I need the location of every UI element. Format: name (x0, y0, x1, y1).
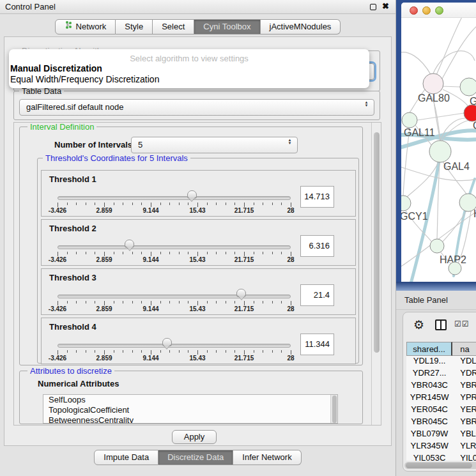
table-cell[interactable]: YIL053C (406, 453, 452, 461)
tick-mark (291, 252, 291, 256)
table-cell[interactable]: YBR0 (452, 417, 476, 429)
network-graph[interactable]: GAL80GACGAL11GAL4GCY1HHAP2 (401, 18, 476, 288)
apply-button[interactable]: Apply (172, 430, 217, 444)
mac-minimize-button[interactable] (422, 6, 431, 15)
threshold-value-field[interactable]: 21.4 (300, 284, 334, 306)
table-row[interactable]: YIL053CYIL0 (406, 453, 476, 461)
table-cell[interactable]: YBR043C (406, 380, 452, 392)
threshold-value-field[interactable]: 14.713 (300, 186, 334, 208)
tab-jactivemnodules[interactable]: jActiveMNodules (261, 19, 341, 35)
table-cell[interactable]: YBR0 (452, 380, 476, 392)
slider-track[interactable] (58, 295, 291, 298)
float-window-icon[interactable] (370, 4, 376, 10)
threshold-panel-1: Threshold 1-3.4262.8599.14415.4321.71528… (41, 170, 356, 217)
select-columns-icon[interactable]: ☑☑ (454, 319, 470, 328)
slider-track[interactable] (58, 245, 291, 249)
slider-track[interactable] (58, 196, 291, 200)
scrollbar-thumb[interactable] (374, 132, 380, 353)
table-cell[interactable]: YDL1 (452, 356, 476, 368)
tab-style[interactable]: Style (116, 19, 153, 35)
network-node-gal80[interactable] (423, 73, 443, 94)
table-row[interactable]: YBL079WYBL0 (406, 429, 476, 441)
table-cell[interactable]: YPR1 (452, 392, 476, 404)
tick-mark (86, 252, 86, 254)
network-node-gal11[interactable] (402, 112, 417, 128)
column-header-shared-name[interactable]: shared... (406, 342, 452, 356)
gear-icon[interactable]: ⚙ (413, 318, 424, 332)
list-item[interactable]: TopologicalCoefficient (43, 405, 337, 415)
numerical-attributes-list[interactable]: SelfLoopsTopologicalCoefficientBetweenne… (43, 394, 338, 424)
slider-thumb[interactable] (236, 289, 246, 296)
table-row[interactable]: YBR043CYBR0 (406, 380, 476, 392)
tick-mark (67, 301, 68, 303)
tab-impute-data[interactable]: Impute Data (94, 450, 158, 465)
column-header-name[interactable]: na (452, 342, 476, 356)
table-row[interactable]: YER054CYER0 (406, 404, 476, 417)
table-row[interactable]: YBR045CYBR0 (406, 417, 476, 429)
dropdown-option-manual-discretization[interactable]: Manual Discretization (9, 63, 369, 74)
list-item[interactable]: SelfLoops (43, 395, 337, 405)
table-cell[interactable]: YER0 (452, 404, 476, 417)
table-cell[interactable]: YER054C (406, 404, 452, 417)
scrollbar-thumb[interactable] (332, 395, 337, 423)
network-node-c[interactable] (464, 105, 476, 121)
threshold-value-field[interactable]: 11.344 (300, 334, 334, 355)
table-cell[interactable]: YDL19... (406, 356, 452, 368)
table-cell[interactable]: YBL0 (452, 429, 476, 441)
scrollbar-thumb[interactable] (406, 463, 472, 468)
horizontal-scrollbar[interactable] (404, 462, 476, 469)
table-cell[interactable]: YBL079W (406, 429, 452, 441)
slider-thumb[interactable] (125, 240, 134, 247)
threshold-panel-3: Threshold 3-3.4262.8599.14415.4321.71528… (41, 268, 356, 315)
cyni-toolbox-content: Discretization Algorithm ▲▼ Select algor… (4, 36, 392, 446)
tick-mark (281, 350, 282, 353)
tab-cyni-toolbox[interactable]: Cyni Toolbox (194, 19, 260, 35)
tab-select[interactable]: Select (153, 19, 194, 35)
table-row[interactable]: YLR345WYLR3 (406, 441, 476, 453)
vertical-scrollbar[interactable] (371, 123, 381, 425)
tick-label: 15.43 (189, 305, 205, 312)
network-node-gcy1[interactable] (401, 196, 411, 211)
table-cell[interactable]: YPR145W (406, 392, 452, 404)
tick-mark (169, 350, 170, 353)
tick-mark (104, 203, 105, 207)
mac-zoom-button[interactable] (435, 6, 443, 15)
tick-mark (123, 350, 123, 353)
table-row[interactable]: YDL19...YDL1 (406, 356, 476, 368)
tab-infer-network[interactable]: Infer Network (233, 450, 301, 465)
table-cell[interactable]: YBR045C (406, 417, 452, 429)
network-view-window[interactable]: GAL80GACGAL11GAL4GCY1HHAP2 (401, 3, 476, 288)
threshold-label: Threshold 1 (49, 174, 96, 184)
slider-track[interactable] (58, 344, 291, 348)
node-table[interactable]: shared... na YDL19...YDL1YDR27...YDR2YBR… (406, 342, 476, 461)
network-node-gal4[interactable] (429, 141, 451, 162)
table-cell[interactable]: YDR27... (406, 368, 452, 380)
table-cell[interactable]: YLR345W (406, 441, 452, 453)
tab-network[interactable]: Network (55, 19, 116, 35)
mac-close-button[interactable] (410, 6, 418, 15)
network-node-hap2[interactable] (430, 239, 444, 253)
tick-label: 9.144 (142, 207, 158, 214)
network-node-ga[interactable] (460, 78, 476, 96)
split-columns-icon[interactable] (435, 319, 447, 330)
tick-mark (188, 203, 188, 205)
table-row[interactable]: YDR27...YDR2 (406, 368, 476, 380)
slider-thumb[interactable] (162, 338, 172, 346)
table-cell[interactable]: YIL0 (452, 453, 476, 461)
tick-mark (263, 350, 263, 353)
table-row[interactable]: YPR145WYPR1 (406, 392, 476, 404)
number-of-intervals-combobox[interactable]: 5 ▲▼ (131, 137, 298, 153)
threshold-value-field[interactable]: 6.316 (300, 235, 334, 257)
table-data-combobox[interactable]: galFiltered.sif default node ▲▼ (19, 99, 374, 116)
table-cell[interactable]: YLR3 (452, 441, 476, 453)
list-item[interactable]: BetweennessCentrality (43, 415, 337, 424)
tab-discretize-data[interactable]: Discretize Data (158, 450, 233, 465)
close-icon[interactable]: ✖ (382, 1, 389, 11)
network-node[interactable] (449, 262, 461, 275)
list-scrollbar[interactable] (330, 395, 337, 423)
tick-mark (86, 203, 86, 205)
table-cell[interactable]: YDR2 (452, 368, 476, 380)
tick-label: -3.426 (49, 305, 66, 312)
dropdown-option-equal-width-frequency[interactable]: Equal Width/Frequency Discretization (9, 74, 369, 85)
slider-thumb[interactable] (187, 190, 197, 198)
